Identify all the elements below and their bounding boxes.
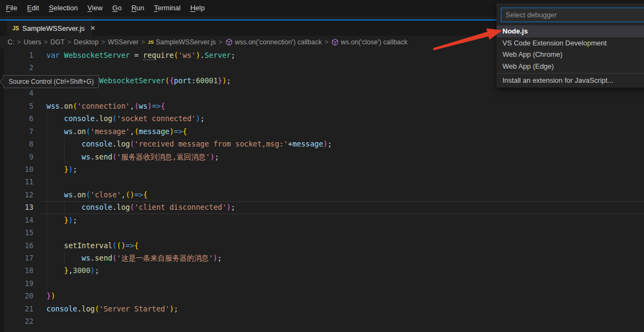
menu-item-file[interactable]: File [1, 0, 22, 16]
breadcrumb-item[interactable]: wss.on('connection') callback [225, 38, 322, 46]
line-number[interactable]: 18 [0, 264, 33, 277]
line-number[interactable]: 16 [0, 240, 33, 252]
code-line[interactable]: 7 ws.on('message',(message)=>{ [0, 125, 644, 138]
line-content: setInterval(()=>{ [46, 240, 139, 252]
chevron-right-icon: > [17, 38, 21, 46]
line-number[interactable]: 6 [0, 112, 33, 125]
code-line[interactable]: 14 }); [0, 214, 644, 227]
code-line[interactable]: 4 [0, 87, 644, 99]
debugger-quick-pick: Node.jsVS Code Extension DevelopmentWeb … [497, 3, 644, 88]
code-line[interactable]: 22 [0, 315, 644, 328]
line-number[interactable]: 20 [0, 290, 33, 302]
code-line[interactable]: 17 ws.send('这是一条来自服务器的消息'); [0, 252, 644, 264]
indent-guide [46, 277, 47, 290]
line-number[interactable]: 9 [0, 151, 33, 163]
menu-item-view[interactable]: View [83, 0, 108, 16]
line-content: wss.on('connection',(ws)=>{ [46, 100, 165, 112]
breadcrumb-item[interactable]: ws.on('close') callback [331, 38, 408, 46]
breadcrumb-item[interactable]: Users [24, 38, 42, 46]
indent-guide [46, 227, 47, 239]
js-file-icon: JS [12, 25, 19, 31]
code-line[interactable]: 12 ws.on('close',()=>{ [0, 189, 644, 201]
symbol-method-icon [225, 38, 233, 46]
code-line[interactable]: 10 }); [0, 163, 644, 176]
chevron-right-icon: > [325, 38, 328, 46]
code-lines: 1var WebsocketServer = require('ws').Ser… [0, 49, 644, 328]
code-line[interactable]: 6 console.log('socket connected'); [0, 112, 644, 125]
chevron-right-icon: > [101, 38, 105, 46]
chevron-right-icon: > [219, 38, 223, 46]
code-line[interactable]: 15 [0, 227, 644, 239]
code-line[interactable]: 11 [0, 176, 644, 188]
code-line[interactable]: 9 ws.send('服务器收到消息,返回消息'); [0, 151, 644, 163]
line-number[interactable]: 5 [0, 100, 33, 112]
debugger-option-vs-code-extension-development[interactable]: VS Code Extension Development [497, 37, 644, 49]
breadcrumb-item[interactable]: Desktop [74, 38, 99, 46]
line-content: },3000); [46, 264, 99, 277]
code-line[interactable]: 5wss.on('connection',(ws)=>{ [0, 100, 644, 112]
tab-label: SampleWSServer.js [22, 24, 85, 32]
breadcrumb-item[interactable]: WSServer [108, 38, 138, 46]
code-line[interactable]: 13 console.log('client disconnected'); [0, 201, 644, 214]
debugger-option-web-app-edge-[interactable]: Web App (Edge) [497, 61, 644, 72]
line-content: ws.on('close',()=>{ [46, 189, 147, 201]
line-number[interactable]: 7 [0, 125, 33, 138]
line-number[interactable]: 14 [0, 214, 33, 227]
line-number[interactable]: 19 [0, 277, 33, 290]
line-number[interactable]: 15 [0, 227, 33, 239]
debugger-options-list: Node.jsVS Code Extension DevelopmentWeb … [497, 25, 644, 87]
line-number[interactable]: 21 [0, 303, 33, 315]
line-content: }); [46, 214, 77, 227]
menu-item-run[interactable]: Run [126, 0, 149, 16]
breadcrumb-item[interactable]: JSSampleWSServer.js [147, 38, 216, 46]
line-number[interactable]: 1 [0, 49, 33, 62]
tab-samplewsserver[interactable]: JS SampleWSServer.js ✕ [7, 21, 92, 36]
line-number[interactable]: 11 [0, 176, 33, 188]
line-number[interactable]: 13 [0, 201, 33, 214]
tooltip-text: Source Control (Ctrl+Shift+G) [9, 78, 93, 85]
debugger-option-web-app-chrome-[interactable]: Web App (Chrome) [497, 49, 644, 61]
breadcrumb-item[interactable]: C: [8, 38, 15, 46]
menu-item-terminal[interactable]: Terminal [149, 0, 185, 16]
line-number[interactable]: 22 [0, 315, 33, 328]
line-content: console.log('Server Started'); [46, 303, 178, 315]
line-number[interactable]: 10 [0, 163, 33, 176]
line-content: ws.send('这是一条来自服务器的消息'); [46, 252, 222, 264]
line-content: console.log('received message from socke… [46, 138, 332, 150]
chevron-right-icon: > [68, 38, 71, 46]
line-number[interactable]: 4 [0, 87, 33, 99]
code-line[interactable]: 20}) [0, 290, 644, 302]
js-file-icon: JS [147, 39, 153, 45]
debugger-option-install-an-extension-for-javascript-[interactable]: Install an extension for JavaScript... [497, 75, 644, 87]
debugger-search-input[interactable] [501, 8, 644, 22]
debugger-option-node-js[interactable]: Node.js [497, 25, 644, 37]
code-line[interactable]: 8 console.log('received message from soc… [0, 138, 644, 150]
chevron-right-icon: > [44, 38, 48, 46]
menu-item-go[interactable]: Go [108, 0, 126, 16]
line-number[interactable]: 2 [0, 62, 33, 74]
menu-item-help[interactable]: Help [185, 0, 210, 16]
code-line[interactable]: 21console.log('Server Started'); [0, 303, 644, 315]
line-content: var WebsocketServer = require('ws').Serv… [46, 49, 236, 62]
line-content: }) [46, 290, 55, 302]
quick-pick-separator [497, 73, 644, 74]
line-content: ws.send('服务器收到消息,返回消息'); [46, 151, 219, 163]
line-content: ws.on('message',(message)=>{ [46, 125, 187, 138]
line-content: console.log('client disconnected'); [46, 201, 236, 214]
close-icon[interactable]: ✕ [90, 24, 96, 32]
menu-item-edit[interactable]: Edit [22, 0, 44, 16]
vscode-window: FileEditSelectionViewGoRunTerminalHelp J… [0, 0, 644, 332]
line-number[interactable]: 12 [0, 189, 33, 201]
code-line[interactable]: 18 },3000); [0, 264, 644, 277]
symbol-method-icon [331, 38, 339, 46]
line-content: console.log('socket connected'); [46, 112, 205, 125]
code-editor[interactable]: 1var WebsocketServer = require('ws').Ser… [0, 49, 644, 332]
line-number[interactable]: 17 [0, 252, 33, 264]
breadcrumb-item[interactable]: DGT [50, 38, 64, 46]
line-content: }); [46, 163, 77, 176]
code-line[interactable]: 16 setInterval(()=>{ [0, 240, 644, 252]
menu-item-selection[interactable]: Selection [44, 0, 82, 16]
line-number[interactable]: 8 [0, 138, 33, 150]
code-line[interactable]: 19 [0, 277, 644, 290]
source-control-tooltip: Source Control (Ctrl+Shift+G) [3, 75, 99, 88]
